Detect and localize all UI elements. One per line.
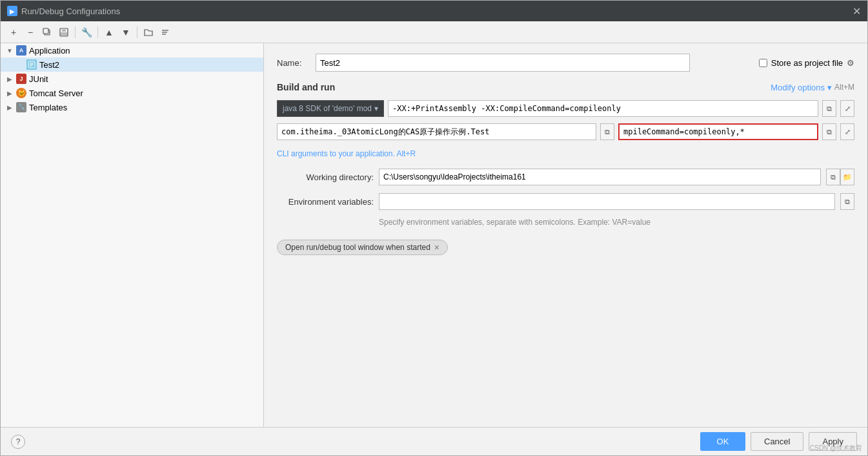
store-label: Store as project file xyxy=(771,58,843,68)
folder-button[interactable] xyxy=(141,25,156,40)
tree-item-tomcat[interactable]: ▶ 🐱 Tomcat Server xyxy=(1,86,263,100)
sdk-label: java 8 SDK of 'demo' mod xyxy=(283,104,372,113)
tag-container: Open run/debug tool window when started … xyxy=(277,240,854,255)
down-button[interactable]: ▼ xyxy=(118,25,134,40)
tree-arrow-templates: ▶ xyxy=(6,104,14,111)
wrench-button[interactable]: 🔧 xyxy=(79,25,94,40)
toolbar-sep-1 xyxy=(75,26,76,38)
dialog-title: Run/Debug Configurations xyxy=(21,6,120,16)
env-vars-edit-btn[interactable]: ⧉ xyxy=(840,193,854,210)
tomcat-icon: 🐱 xyxy=(16,88,26,98)
env-vars-label: Environment variables: xyxy=(277,197,374,207)
highlighted-input[interactable] xyxy=(618,123,818,140)
tree-label-tomcat: Tomcat Server xyxy=(29,88,83,98)
tree-item-test2[interactable]: Test2 xyxy=(1,57,263,72)
name-label: Name: xyxy=(277,58,309,68)
tree-arrow-application: ▼ xyxy=(6,47,14,54)
vm-options-copy-btn[interactable]: ⧉ xyxy=(822,100,836,117)
working-dir-copy-btn[interactable]: ⧉ xyxy=(826,169,840,185)
cli-args-hint[interactable]: CLI arguments to your application. Alt+R xyxy=(277,149,854,158)
svg-rect-4 xyxy=(61,32,67,36)
sdk-selector[interactable]: java 8 SDK of 'demo' mod ▾ xyxy=(277,100,384,117)
modify-options-label: Modify options xyxy=(771,83,825,92)
open-debug-tag-label: Open run/debug tool window when started xyxy=(285,243,430,252)
remove-button[interactable]: − xyxy=(23,25,38,40)
name-store-row: Name: Store as project file ⚙ xyxy=(277,54,854,72)
dialog-icon: ▶ xyxy=(7,6,17,16)
store-checkbox[interactable] xyxy=(759,59,767,67)
build-run-row-1: java 8 SDK of 'demo' mod ▾ ⧉ ⤢ xyxy=(277,100,854,117)
toolbar-sep-3 xyxy=(137,26,137,38)
junit-icon: J xyxy=(16,74,26,84)
modify-options-button[interactable]: Modify options ▾ xyxy=(771,83,832,92)
env-vars-input[interactable] xyxy=(379,193,835,210)
ok-button[interactable]: OK xyxy=(700,432,745,451)
run-debug-dialog: ▶ Run/Debug Configurations ✕ + − 🔧 ▲ ▼ xyxy=(0,0,868,456)
cli-shortcut: Alt+R xyxy=(396,149,416,158)
highlighted-expand-btn[interactable]: ⤢ xyxy=(840,123,854,140)
env-hint-text: Specify environment variables, separate … xyxy=(379,218,651,227)
left-panel: ▼ A Application Test2 ▶ xyxy=(1,43,264,427)
shortcut-label: Alt+M xyxy=(834,83,854,92)
tree-item-junit[interactable]: ▶ J JUnit xyxy=(1,72,263,86)
store-settings-icon[interactable]: ⚙ xyxy=(847,58,854,68)
tree-item-application[interactable]: ▼ A Application xyxy=(1,43,263,57)
main-content: ▼ A Application Test2 ▶ xyxy=(1,43,867,427)
help-button[interactable]: ? xyxy=(11,435,25,449)
watermark: CSDN @技术教育 xyxy=(810,444,862,453)
right-panel: Name: Store as project file ⚙ Build and … xyxy=(264,43,867,427)
cancel-button[interactable]: Cancel xyxy=(751,432,803,451)
copy-button[interactable] xyxy=(39,25,55,40)
bottom-bar: ? OK Cancel Apply xyxy=(1,427,867,455)
toolbar-sep-2 xyxy=(97,26,98,38)
tree-label-junit: JUnit xyxy=(29,74,48,84)
modify-options-area: Modify options ▾ Alt+M xyxy=(771,83,854,92)
app-icon: A xyxy=(16,45,26,56)
sort-button[interactable] xyxy=(157,25,173,40)
chevron-down-icon: ▾ xyxy=(827,83,832,92)
tag-close-button[interactable]: × xyxy=(434,243,439,252)
open-debug-tag: Open run/debug tool window when started … xyxy=(277,240,448,255)
env-hint: Specify environment variables, separate … xyxy=(379,218,854,227)
save-button[interactable] xyxy=(56,25,72,40)
svg-rect-3 xyxy=(62,28,66,32)
env-vars-btns: ⧉ xyxy=(840,193,854,210)
tree-item-templates[interactable]: ▶ 🔧 Templates xyxy=(1,100,263,114)
class-copy-btn[interactable]: ⧉ xyxy=(600,123,614,140)
title-bar: ▶ Run/Debug Configurations ✕ xyxy=(1,1,867,21)
svg-rect-1 xyxy=(43,28,48,34)
section-header: Build and run Modify options ▾ Alt+M xyxy=(277,82,854,92)
toolbar: + − 🔧 ▲ ▼ xyxy=(1,21,867,43)
vm-options-input[interactable] xyxy=(388,100,818,117)
section-title: Build and run xyxy=(277,82,335,92)
working-dir-btns: ⧉ 📁 xyxy=(826,169,854,185)
tree-label-templates: Templates xyxy=(29,103,67,112)
tree-arrow-tomcat: ▶ xyxy=(6,90,14,97)
up-button[interactable]: ▲ xyxy=(101,25,117,40)
working-dir-row: Working directory: ⧉ 📁 xyxy=(277,169,854,185)
highlighted-copy-btn[interactable]: ⧉ xyxy=(822,123,836,140)
class-input[interactable] xyxy=(277,123,596,140)
close-button[interactable]: ✕ xyxy=(853,5,861,17)
cli-args-text: CLI arguments to your application. xyxy=(277,149,396,158)
file-icon xyxy=(26,59,37,70)
build-run-row-2: ⧉ ⧉ ⤢ xyxy=(277,123,854,140)
working-dir-input[interactable] xyxy=(379,169,821,185)
tree-label-application: Application xyxy=(29,46,70,56)
working-dir-label: Working directory: xyxy=(277,172,374,182)
add-button[interactable]: + xyxy=(6,25,21,40)
tree-arrow-junit: ▶ xyxy=(6,76,14,83)
sdk-dropdown-icon: ▾ xyxy=(374,104,378,113)
tree-label-test2: Test2 xyxy=(39,60,59,70)
templates-icon: 🔧 xyxy=(16,102,26,112)
title-bar-left: ▶ Run/Debug Configurations xyxy=(7,6,120,16)
working-dir-browse-btn[interactable]: 📁 xyxy=(840,169,854,185)
store-area: Store as project file ⚙ xyxy=(759,58,854,68)
name-input[interactable] xyxy=(316,54,690,72)
vm-options-expand-btn[interactable]: ⤢ xyxy=(840,100,854,117)
env-vars-row: Environment variables: ⧉ xyxy=(277,193,854,210)
